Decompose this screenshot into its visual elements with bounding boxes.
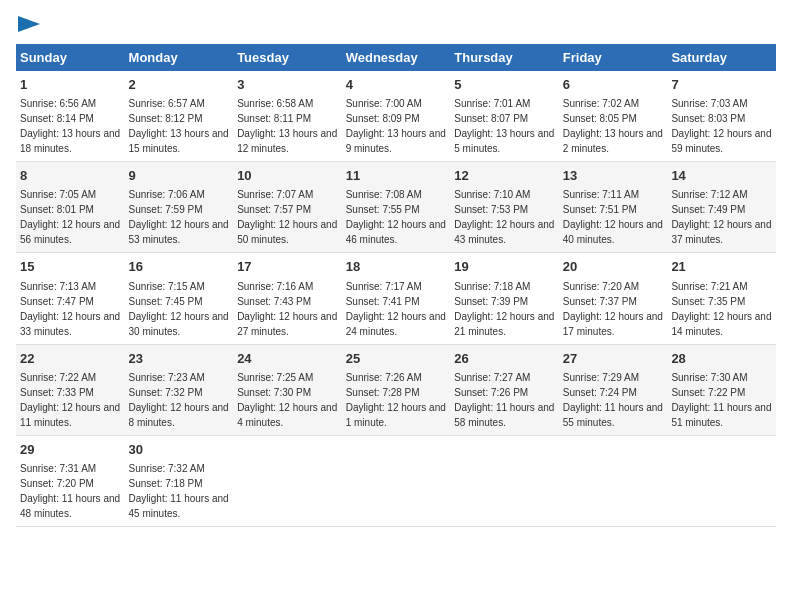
daylight-info: Daylight: 13 hours and 5 minutes.: [454, 128, 554, 154]
logo: [16, 16, 40, 32]
day-number: 22: [20, 350, 121, 368]
day-number: 19: [454, 258, 555, 276]
sunset-info: Sunset: 7:22 PM: [671, 387, 745, 398]
sunrise-info: Sunrise: 7:11 AM: [563, 189, 639, 200]
header-friday: Friday: [559, 44, 668, 71]
daylight-info: Daylight: 12 hours and 37 minutes.: [671, 219, 771, 245]
sunrise-info: Sunrise: 7:02 AM: [563, 98, 639, 109]
week-row-2: 8Sunrise: 7:05 AMSunset: 8:01 PMDaylight…: [16, 162, 776, 253]
day-number: 29: [20, 441, 121, 459]
calendar-cell: 15Sunrise: 7:13 AMSunset: 7:47 PMDayligh…: [16, 253, 125, 344]
sunrise-info: Sunrise: 7:17 AM: [346, 281, 422, 292]
calendar-cell: 17Sunrise: 7:16 AMSunset: 7:43 PMDayligh…: [233, 253, 342, 344]
header-monday: Monday: [125, 44, 234, 71]
calendar-cell: 22Sunrise: 7:22 AMSunset: 7:33 PMDayligh…: [16, 344, 125, 435]
daylight-info: Daylight: 12 hours and 4 minutes.: [237, 402, 337, 428]
sunset-info: Sunset: 7:57 PM: [237, 204, 311, 215]
sunset-info: Sunset: 8:11 PM: [237, 113, 311, 124]
sunset-info: Sunset: 7:20 PM: [20, 478, 94, 489]
calendar-cell: 1Sunrise: 6:56 AMSunset: 8:14 PMDaylight…: [16, 71, 125, 162]
sunset-info: Sunset: 7:39 PM: [454, 296, 528, 307]
sunset-info: Sunset: 7:28 PM: [346, 387, 420, 398]
logo-arrow-icon: [18, 16, 40, 32]
daylight-info: Daylight: 12 hours and 56 minutes.: [20, 219, 120, 245]
calendar-cell: 29Sunrise: 7:31 AMSunset: 7:20 PMDayligh…: [16, 435, 125, 526]
daylight-info: Daylight: 12 hours and 14 minutes.: [671, 311, 771, 337]
sunset-info: Sunset: 7:51 PM: [563, 204, 637, 215]
sunset-info: Sunset: 7:32 PM: [129, 387, 203, 398]
calendar-table: Sunday Monday Tuesday Wednesday Thursday…: [16, 44, 776, 527]
daylight-info: Daylight: 12 hours and 50 minutes.: [237, 219, 337, 245]
day-number: 21: [671, 258, 772, 276]
sunrise-info: Sunrise: 7:21 AM: [671, 281, 747, 292]
weekday-header-row: Sunday Monday Tuesday Wednesday Thursday…: [16, 44, 776, 71]
sunrise-info: Sunrise: 7:15 AM: [129, 281, 205, 292]
daylight-info: Daylight: 12 hours and 33 minutes.: [20, 311, 120, 337]
daylight-info: Daylight: 12 hours and 53 minutes.: [129, 219, 229, 245]
sunset-info: Sunset: 7:55 PM: [346, 204, 420, 215]
calendar-cell: 28Sunrise: 7:30 AMSunset: 7:22 PMDayligh…: [667, 344, 776, 435]
sunset-info: Sunset: 7:18 PM: [129, 478, 203, 489]
calendar-cell: 7Sunrise: 7:03 AMSunset: 8:03 PMDaylight…: [667, 71, 776, 162]
sunset-info: Sunset: 8:01 PM: [20, 204, 94, 215]
calendar-cell: 23Sunrise: 7:23 AMSunset: 7:32 PMDayligh…: [125, 344, 234, 435]
daylight-info: Daylight: 12 hours and 30 minutes.: [129, 311, 229, 337]
day-number: 24: [237, 350, 338, 368]
calendar-cell: 21Sunrise: 7:21 AMSunset: 7:35 PMDayligh…: [667, 253, 776, 344]
sunrise-info: Sunrise: 7:03 AM: [671, 98, 747, 109]
header-sunday: Sunday: [16, 44, 125, 71]
sunset-info: Sunset: 7:41 PM: [346, 296, 420, 307]
sunrise-info: Sunrise: 7:07 AM: [237, 189, 313, 200]
calendar-cell: [667, 435, 776, 526]
day-number: 3: [237, 76, 338, 94]
day-number: 14: [671, 167, 772, 185]
daylight-info: Daylight: 13 hours and 2 minutes.: [563, 128, 663, 154]
daylight-info: Daylight: 13 hours and 18 minutes.: [20, 128, 120, 154]
sunrise-info: Sunrise: 7:32 AM: [129, 463, 205, 474]
sunrise-info: Sunrise: 7:01 AM: [454, 98, 530, 109]
day-number: 18: [346, 258, 447, 276]
sunrise-info: Sunrise: 7:31 AM: [20, 463, 96, 474]
daylight-info: Daylight: 12 hours and 1 minute.: [346, 402, 446, 428]
sunset-info: Sunset: 7:59 PM: [129, 204, 203, 215]
daylight-info: Daylight: 11 hours and 51 minutes.: [671, 402, 771, 428]
sunset-info: Sunset: 8:12 PM: [129, 113, 203, 124]
sunset-info: Sunset: 7:43 PM: [237, 296, 311, 307]
sunset-info: Sunset: 7:35 PM: [671, 296, 745, 307]
calendar-cell: 27Sunrise: 7:29 AMSunset: 7:24 PMDayligh…: [559, 344, 668, 435]
calendar-cell: 11Sunrise: 7:08 AMSunset: 7:55 PMDayligh…: [342, 162, 451, 253]
daylight-info: Daylight: 11 hours and 58 minutes.: [454, 402, 554, 428]
calendar-cell: 4Sunrise: 7:00 AMSunset: 8:09 PMDaylight…: [342, 71, 451, 162]
week-row-3: 15Sunrise: 7:13 AMSunset: 7:47 PMDayligh…: [16, 253, 776, 344]
week-row-4: 22Sunrise: 7:22 AMSunset: 7:33 PMDayligh…: [16, 344, 776, 435]
day-number: 9: [129, 167, 230, 185]
day-number: 6: [563, 76, 664, 94]
sunset-info: Sunset: 7:53 PM: [454, 204, 528, 215]
calendar-cell: 24Sunrise: 7:25 AMSunset: 7:30 PMDayligh…: [233, 344, 342, 435]
day-number: 20: [563, 258, 664, 276]
calendar-cell: 3Sunrise: 6:58 AMSunset: 8:11 PMDaylight…: [233, 71, 342, 162]
daylight-info: Daylight: 13 hours and 9 minutes.: [346, 128, 446, 154]
header-saturday: Saturday: [667, 44, 776, 71]
sunrise-info: Sunrise: 7:00 AM: [346, 98, 422, 109]
day-number: 27: [563, 350, 664, 368]
day-number: 28: [671, 350, 772, 368]
sunrise-info: Sunrise: 7:08 AM: [346, 189, 422, 200]
day-number: 4: [346, 76, 447, 94]
daylight-info: Daylight: 12 hours and 43 minutes.: [454, 219, 554, 245]
calendar-cell: 20Sunrise: 7:20 AMSunset: 7:37 PMDayligh…: [559, 253, 668, 344]
sunset-info: Sunset: 7:37 PM: [563, 296, 637, 307]
calendar-cell: [342, 435, 451, 526]
sunset-info: Sunset: 7:49 PM: [671, 204, 745, 215]
day-number: 12: [454, 167, 555, 185]
daylight-info: Daylight: 12 hours and 21 minutes.: [454, 311, 554, 337]
sunset-info: Sunset: 7:47 PM: [20, 296, 94, 307]
sunrise-info: Sunrise: 7:29 AM: [563, 372, 639, 383]
calendar-cell: 9Sunrise: 7:06 AMSunset: 7:59 PMDaylight…: [125, 162, 234, 253]
svg-marker-0: [18, 16, 40, 32]
sunrise-info: Sunrise: 6:56 AM: [20, 98, 96, 109]
day-number: 17: [237, 258, 338, 276]
daylight-info: Daylight: 12 hours and 27 minutes.: [237, 311, 337, 337]
day-number: 16: [129, 258, 230, 276]
sunrise-info: Sunrise: 7:25 AM: [237, 372, 313, 383]
